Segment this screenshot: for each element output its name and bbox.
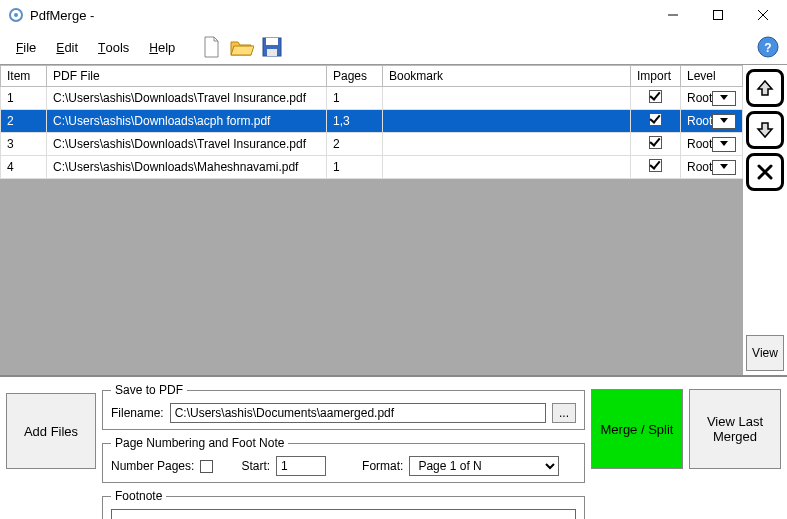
col-level[interactable]: Level: [681, 66, 743, 87]
cell-level[interactable]: Root: [681, 133, 743, 156]
start-label: Start:: [241, 459, 270, 473]
file-table-container: Item PDF File Pages Bookmark Import Leve…: [0, 65, 743, 375]
side-toolbar: View: [743, 65, 787, 375]
app-icon: [8, 7, 24, 23]
cell-import[interactable]: [631, 110, 681, 133]
chevron-down-icon[interactable]: [712, 114, 736, 129]
svg-rect-3: [713, 11, 722, 20]
cell-import[interactable]: [631, 87, 681, 110]
cell-import[interactable]: [631, 133, 681, 156]
new-icon[interactable]: [199, 34, 225, 60]
cell-pages: 1: [327, 156, 383, 179]
import-checkbox[interactable]: [649, 159, 662, 172]
titlebar: PdfMerge -: [0, 0, 787, 30]
start-input[interactable]: [276, 456, 326, 476]
cell-pages: 1: [327, 87, 383, 110]
cell-bookmark: [383, 156, 631, 179]
settings-column: Save to PDF Filename: ... Page Numbering…: [102, 383, 585, 513]
menu-help[interactable]: Help: [139, 36, 185, 59]
footnote-group: Footnote: [102, 489, 585, 519]
svg-point-1: [14, 13, 18, 17]
chevron-down-icon[interactable]: [712, 160, 736, 175]
svg-rect-8: [267, 49, 277, 56]
maximize-button[interactable]: [695, 1, 740, 29]
import-checkbox[interactable]: [649, 90, 662, 103]
col-bookmark[interactable]: Bookmark: [383, 66, 631, 87]
save-icon[interactable]: [259, 34, 285, 60]
work-area: Item PDF File Pages Bookmark Import Leve…: [0, 64, 787, 375]
number-pages-label: Number Pages:: [111, 459, 194, 473]
menu-tools[interactable]: Tools: [88, 36, 139, 59]
menu-file[interactable]: File: [6, 36, 46, 59]
format-select[interactable]: Page 1 of N: [409, 456, 559, 476]
cell-level[interactable]: Root: [681, 110, 743, 133]
cell-item: 4: [1, 156, 47, 179]
import-checkbox[interactable]: [649, 136, 662, 149]
cell-level[interactable]: Root: [681, 87, 743, 110]
cell-file: C:\Users\ashis\Downloads\Travel Insuranc…: [47, 87, 327, 110]
cell-file: C:\Users\ashis\Downloads\acph form.pdf: [47, 110, 327, 133]
col-pdf[interactable]: PDF File: [47, 66, 327, 87]
page-numbering-group: Page Numbering and Foot Note Number Page…: [102, 436, 585, 483]
table-row[interactable]: 4C:\Users\ashis\Downloads\Maheshnavami.p…: [1, 156, 743, 179]
table-row[interactable]: 2C:\Users\ashis\Downloads\acph form.pdf1…: [1, 110, 743, 133]
chevron-down-icon[interactable]: [712, 91, 736, 106]
view-button[interactable]: View: [746, 335, 784, 371]
cell-pages: 1,3: [327, 110, 383, 133]
footnote-input[interactable]: [111, 509, 576, 519]
col-pages[interactable]: Pages: [327, 66, 383, 87]
cell-level[interactable]: Root: [681, 156, 743, 179]
cell-file: C:\Users\ashis\Downloads\Travel Insuranc…: [47, 133, 327, 156]
move-down-button[interactable]: [746, 111, 784, 149]
svg-rect-7: [266, 38, 278, 45]
delete-button[interactable]: [746, 153, 784, 191]
chevron-down-icon[interactable]: [712, 137, 736, 152]
col-item[interactable]: Item: [1, 66, 47, 87]
help-icon[interactable]: ?: [757, 36, 779, 58]
filename-label: Filename:: [111, 406, 164, 420]
cell-import[interactable]: [631, 156, 681, 179]
col-import[interactable]: Import: [631, 66, 681, 87]
save-to-pdf-legend: Save to PDF: [111, 383, 187, 397]
table-row[interactable]: 1C:\Users\ashis\Downloads\Travel Insuran…: [1, 87, 743, 110]
window-title: PdfMerge -: [30, 8, 650, 23]
move-up-button[interactable]: [746, 69, 784, 107]
cell-bookmark: [383, 87, 631, 110]
import-checkbox[interactable]: [649, 113, 662, 126]
table-row[interactable]: 3C:\Users\ashis\Downloads\Travel Insuran…: [1, 133, 743, 156]
cell-bookmark: [383, 133, 631, 156]
menu-edit[interactable]: Edit: [46, 36, 88, 59]
browse-button[interactable]: ...: [552, 403, 576, 423]
bottom-panel: Add Files Save to PDF Filename: ... Page…: [0, 375, 787, 519]
cell-item: 3: [1, 133, 47, 156]
cell-item: 2: [1, 110, 47, 133]
minimize-button[interactable]: [650, 1, 695, 29]
cell-file: C:\Users\ashis\Downloads\Maheshnavami.pd…: [47, 156, 327, 179]
number-pages-checkbox[interactable]: [200, 460, 213, 473]
merge-split-button[interactable]: Merge / Split: [591, 389, 683, 469]
page-numbering-legend: Page Numbering and Foot Note: [111, 436, 288, 450]
save-to-pdf-group: Save to PDF Filename: ...: [102, 383, 585, 430]
cell-bookmark: [383, 110, 631, 133]
view-last-merged-button[interactable]: View Last Merged: [689, 389, 781, 469]
cell-item: 1: [1, 87, 47, 110]
format-label: Format:: [362, 459, 403, 473]
close-button[interactable]: [740, 1, 785, 29]
svg-text:?: ?: [764, 41, 771, 55]
footnote-legend: Footnote: [111, 489, 166, 503]
menubar: File Edit Tools Help ?: [0, 30, 787, 64]
file-table: Item PDF File Pages Bookmark Import Leve…: [0, 65, 743, 179]
filename-input[interactable]: [170, 403, 546, 423]
open-icon[interactable]: [229, 34, 255, 60]
cell-pages: 2: [327, 133, 383, 156]
add-files-button[interactable]: Add Files: [6, 393, 96, 469]
